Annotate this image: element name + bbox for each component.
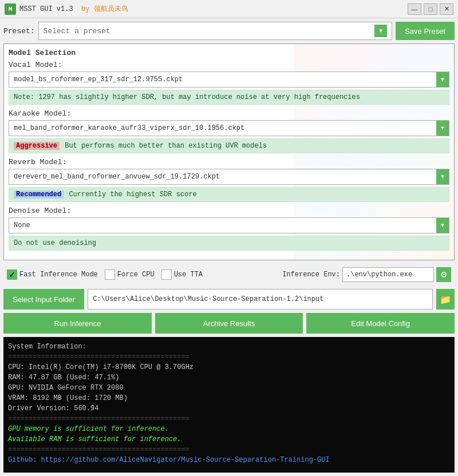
vocal-model-info: Note: 1297 has slightly higher SDR, but … — [9, 90, 449, 105]
inference-options-row: ✓ Fast Inference Mode Force CPU Use TTA … — [3, 264, 455, 285]
denoise-model-label: Denoise Model: — [9, 207, 449, 215]
preset-label: Preset: — [3, 27, 35, 35]
denoise-model-info: Do not use denoising — [9, 236, 449, 251]
sys-info-title: System Information: — [8, 342, 450, 352]
karaoke-model-arrow-icon[interactable]: ▼ — [436, 121, 449, 136]
reverb-model-value: dereverb_mel_band_roformer_anvuew_sdr_19… — [9, 173, 436, 181]
reverb-model-arrow-icon[interactable]: ▼ — [436, 169, 449, 184]
fast-inference-check-icon: ✓ — [7, 269, 17, 280]
input-folder-row: Select Input Folder 📁 — [3, 289, 455, 310]
window-controls: — □ ✕ — [408, 3, 453, 15]
vocal-model-value: model_bs_roformer_ep_317_sdr_12.9755.ckp… — [9, 76, 436, 84]
karaoke-model-dropdown[interactable]: mel_band_roformer_karaoke_aufr33_viperx_… — [9, 120, 449, 136]
denoise-model-arrow-icon[interactable]: ▼ — [436, 218, 449, 233]
folder-path-input[interactable] — [88, 289, 433, 310]
fast-inference-mode-checkbox[interactable]: ✓ Fast Inference Mode — [7, 269, 98, 280]
close-button[interactable]: ✕ — [440, 3, 453, 15]
recommended-badge: Recommended — [14, 191, 64, 199]
minimize-button[interactable]: — — [408, 3, 421, 15]
sys-separator-2: ========================================… — [8, 414, 450, 424]
preset-dropdown[interactable]: Select a preset ▼ — [38, 22, 393, 40]
sys-cpu: CPU: Intel(R) Core(TM) i7-8700K CPU @ 3.… — [8, 362, 450, 372]
use-tta-check-icon — [161, 269, 172, 280]
maximize-button[interactable]: □ — [424, 3, 437, 15]
preset-row: Preset: Select a preset ▼ Save Preset — [3, 22, 455, 40]
inference-env-group: Inference Env: ⚙ — [282, 267, 451, 282]
sys-vram: VRAM: 8192 MB (Used: 1720 MB) — [8, 393, 450, 403]
sys-ram: RAM: 47.87 GB (Used: 47.1%) — [8, 372, 450, 383]
model-selection-title: Model Selection — [9, 49, 449, 57]
sys-ram-status: Available RAM is sufficient for inferenc… — [8, 434, 450, 445]
denoise-model-dropdown[interactable]: None ▼ — [9, 217, 449, 233]
select-input-folder-button[interactable]: Select Input Folder — [3, 289, 84, 310]
fast-inference-label: Fast Inference Mode — [19, 271, 98, 279]
model-selection-box: Model Selection Vocal Model: model_bs_ro… — [3, 43, 455, 260]
vocal-model-arrow-icon[interactable]: ▼ — [436, 72, 449, 87]
sys-driver: Driver Version: 560.94 — [8, 403, 450, 414]
run-inference-button[interactable]: Run Inference — [3, 313, 152, 334]
karaoke-model-label: Karaoke Model: — [9, 109, 449, 118]
force-cpu-check-icon — [105, 269, 115, 280]
sys-gpu-status: GPU memory is sufficient for inference. — [8, 424, 450, 434]
sys-github-link: Github: https://github.com/AliceNavigato… — [8, 455, 450, 465]
reverb-model-dropdown[interactable]: dereverb_mel_band_roformer_anvuew_sdr_19… — [9, 169, 449, 185]
reverb-model-info: Recommended Currently the highest SDR sc… — [9, 187, 449, 202]
sys-separator-1: ========================================… — [8, 352, 450, 362]
sys-gpu: GPU: NVIDIA GeForce RTX 2080 — [8, 383, 450, 393]
force-cpu-label: Force CPU — [117, 271, 155, 279]
inference-env-input[interactable] — [342, 267, 434, 282]
denoise-model-value: None — [9, 221, 436, 229]
use-tta-checkbox[interactable]: Use TTA — [161, 269, 203, 280]
preset-dropdown-arrow-icon: ▼ — [374, 25, 387, 37]
inference-env-label: Inference Env: — [282, 271, 340, 279]
preset-dropdown-text: Select a preset — [44, 27, 375, 35]
system-info-console: System Information: ====================… — [3, 337, 455, 473]
edit-model-config-button[interactable]: Edit Model Config — [306, 313, 455, 334]
app-title: MSST GUI v1.3 by 领航员未鸟 — [19, 4, 408, 14]
reverb-model-label: Reverb Model: — [9, 158, 449, 166]
main-content: Preset: Select a preset ▼ Save Preset Mo… — [0, 18, 458, 476]
action-buttons-row: Run Inference Archive Results Edit Model… — [3, 313, 455, 334]
vocal-model-dropdown[interactable]: model_bs_roformer_ep_317_sdr_12.9755.ckp… — [9, 72, 449, 88]
inference-env-browse-button[interactable]: ⚙ — [436, 267, 451, 282]
use-tta-label: Use TTA — [174, 271, 203, 279]
app-icon: M — [5, 3, 16, 15]
archive-results-button[interactable]: Archive Results — [155, 313, 303, 334]
title-bar: M MSST GUI v1.3 by 领航员未鸟 — □ ✕ — [0, 0, 458, 18]
karaoke-model-info: Aggressive But performs much better than… — [9, 138, 449, 153]
folder-browse-button[interactable]: 📁 — [436, 289, 455, 310]
karaoke-model-value: mel_band_roformer_karaoke_aufr33_viperx_… — [9, 124, 436, 132]
save-preset-button[interactable]: Save Preset — [396, 22, 455, 40]
sys-separator-3: ========================================… — [8, 445, 450, 455]
force-cpu-checkbox[interactable]: Force CPU — [105, 269, 155, 280]
vocal-model-label: Vocal Model: — [9, 61, 449, 69]
aggressive-badge: Aggressive — [14, 142, 60, 150]
